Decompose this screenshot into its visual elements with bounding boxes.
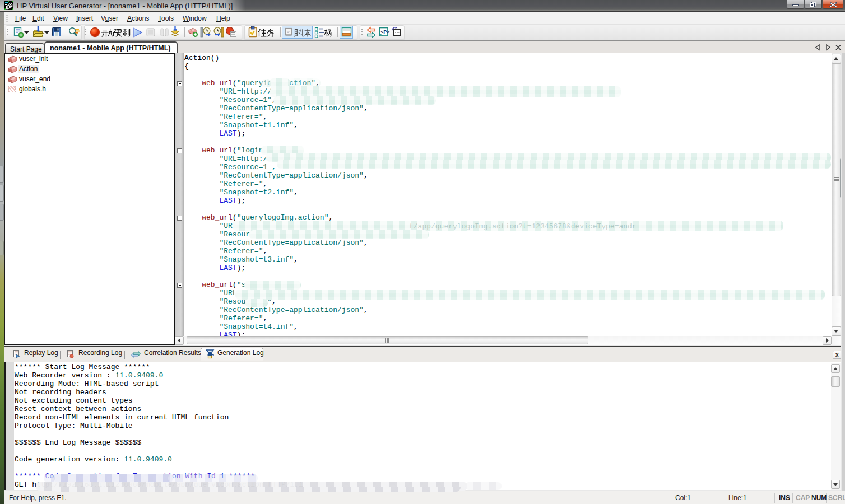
svg-text:<P>: <P>	[381, 29, 390, 35]
